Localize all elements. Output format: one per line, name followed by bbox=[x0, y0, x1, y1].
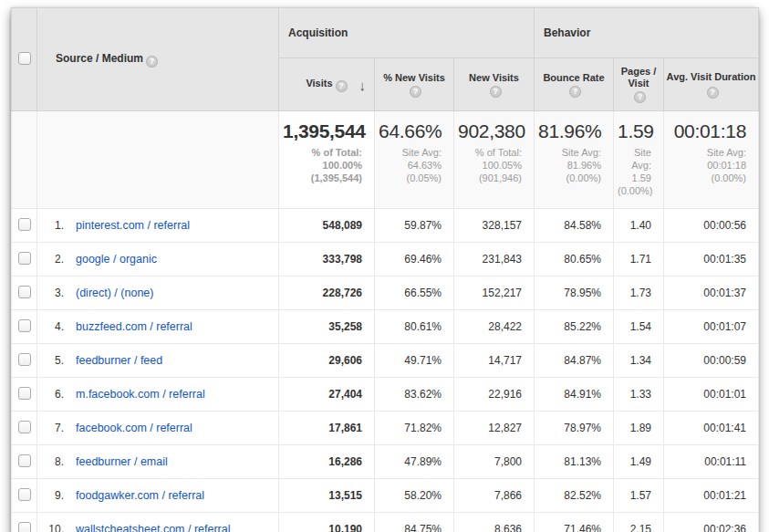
totals-duration-subtext: Site Avg: 00:01:18 (0.00%) bbox=[668, 146, 746, 184]
visits-cell: 35,258 bbox=[279, 310, 375, 344]
help-icon[interactable]: ? bbox=[146, 56, 158, 68]
help-icon[interactable]: ? bbox=[634, 91, 646, 103]
row-checkbox-cell bbox=[12, 344, 37, 378]
totals-visits-subtext: % of Total: 100.00% (1,395,544) bbox=[283, 146, 362, 184]
row-rank: 9. bbox=[38, 489, 64, 502]
pages-visit-cell: 1.73 bbox=[614, 276, 664, 310]
row-rank: 6. bbox=[38, 388, 64, 401]
row-checkbox[interactable] bbox=[18, 353, 31, 366]
column-header-source-medium[interactable]: Source / Medium? bbox=[37, 8, 279, 111]
header-group-row: Source / Medium? Acquisition Behavior bbox=[12, 8, 759, 58]
column-header-pct-new-visits[interactable]: % New Visits? bbox=[375, 58, 454, 111]
row-checkbox-cell bbox=[12, 412, 37, 445]
visits-cell: 29,606 bbox=[279, 344, 375, 378]
column-header-new-visits[interactable]: New Visits? bbox=[454, 58, 535, 111]
new-visits-cell: 152,217 bbox=[454, 276, 535, 310]
row-checkbox[interactable] bbox=[18, 421, 31, 433]
bounce-rate-cell: 85.22% bbox=[535, 310, 614, 344]
new-visits-cell: 22,916 bbox=[454, 378, 535, 412]
row-checkbox-cell bbox=[12, 243, 37, 276]
help-icon[interactable]: ? bbox=[336, 80, 348, 92]
pages-visit-cell: 2.15 bbox=[614, 513, 664, 532]
totals-bounce-rate: 81.96% Site Avg: 81.96% (0.00%) bbox=[535, 111, 614, 209]
source-medium-link[interactable]: m.facebook.com / referral bbox=[76, 388, 205, 401]
source-medium-link[interactable]: buzzfeed.com / referral bbox=[76, 320, 192, 333]
source-medium-cell: 5.feedburner / feed bbox=[37, 344, 279, 378]
group-header-behavior: Behavior bbox=[535, 8, 759, 58]
new-visits-cell: 8,636 bbox=[454, 513, 535, 532]
column-header-pages-visit[interactable]: Pages / Visit? bbox=[614, 58, 664, 111]
avg-duration-cell: 00:01:35 bbox=[664, 243, 759, 276]
avg-duration-cell: 00:02:36 bbox=[664, 513, 759, 532]
avg-duration-cell: 00:00:56 bbox=[664, 209, 759, 243]
totals-visits-value: 1,395,544 bbox=[283, 120, 362, 142]
bounce-rate-cell: 84.91% bbox=[535, 378, 614, 412]
behavior-group-label: Behavior bbox=[544, 26, 590, 39]
source-medium-cell: 9.foodgawker.com / referral bbox=[37, 479, 279, 513]
help-icon[interactable]: ? bbox=[707, 87, 719, 99]
table-row: 2.google / organic333,79869.46%231,84380… bbox=[12, 243, 759, 276]
avg-duration-cell: 00:01:07 bbox=[664, 310, 759, 344]
column-header-avg-visit-duration[interactable]: Avg. Visit Duration? bbox=[664, 58, 759, 111]
new-visits-cell: 14,717 bbox=[454, 344, 535, 378]
row-checkbox-cell bbox=[12, 378, 37, 412]
bounce-rate-cell: 78.95% bbox=[535, 276, 614, 310]
new-visits-cell: 7,800 bbox=[454, 445, 535, 479]
acquisition-group-label: Acquisition bbox=[288, 26, 348, 39]
help-icon[interactable]: ? bbox=[569, 86, 581, 98]
row-checkbox[interactable] bbox=[18, 488, 31, 501]
sort-descending-icon[interactable]: ↓ bbox=[359, 77, 367, 92]
column-header-visits[interactable]: Visits? ↓ bbox=[279, 58, 375, 111]
source-medium-cell: 6.m.facebook.com / referral bbox=[37, 378, 279, 412]
source-medium-link[interactable]: foodgawker.com / referral bbox=[76, 489, 204, 502]
pages-visit-cell: 1.33 bbox=[614, 378, 664, 412]
pct-new-visits-cell: 83.62% bbox=[375, 378, 454, 412]
avg-visit-duration-label: Avg. Visit Duration bbox=[667, 71, 756, 82]
pages-visit-cell: 1.49 bbox=[614, 445, 664, 479]
select-all-checkbox[interactable] bbox=[18, 52, 31, 65]
bounce-rate-label: Bounce Rate bbox=[543, 72, 604, 84]
totals-checkbox-cell bbox=[12, 111, 37, 209]
table-row: 3.(direct) / (none)228,72666.55%152,2177… bbox=[12, 276, 759, 310]
help-icon[interactable]: ? bbox=[490, 86, 502, 98]
source-medium-link[interactable]: feedburner / feed bbox=[76, 354, 162, 367]
row-rank: 2. bbox=[38, 253, 64, 266]
new-visits-cell: 231,843 bbox=[454, 243, 535, 276]
pages-visit-cell: 1.54 bbox=[614, 310, 664, 344]
help-icon[interactable]: ? bbox=[410, 86, 421, 98]
source-medium-link[interactable]: facebook.com / referral bbox=[76, 422, 192, 434]
source-medium-link[interactable]: pinterest.com / referral bbox=[76, 219, 190, 232]
source-medium-cell: 1.pinterest.com / referral bbox=[37, 209, 279, 243]
row-checkbox-cell bbox=[12, 445, 37, 479]
row-checkbox-cell bbox=[12, 513, 37, 532]
row-checkbox[interactable] bbox=[18, 522, 31, 532]
bounce-rate-cell: 84.87% bbox=[535, 344, 614, 378]
avg-duration-cell: 00:01:21 bbox=[664, 479, 759, 513]
pct-new-visits-cell: 66.55% bbox=[375, 276, 454, 310]
new-visits-cell: 328,157 bbox=[454, 209, 535, 243]
visits-cell: 548,089 bbox=[279, 209, 375, 243]
table-row: 9.foodgawker.com / referral13,51558.20%7… bbox=[12, 479, 759, 513]
row-rank: 1. bbox=[38, 219, 64, 232]
avg-duration-cell: 00:00:59 bbox=[664, 344, 759, 378]
column-header-bounce-rate[interactable]: Bounce Rate? bbox=[535, 58, 614, 111]
visits-cell: 228,726 bbox=[279, 276, 375, 310]
source-medium-link[interactable]: google / organic bbox=[76, 253, 157, 266]
row-checkbox[interactable] bbox=[18, 218, 31, 231]
source-medium-link[interactable]: (direct) / (none) bbox=[76, 287, 153, 299]
row-checkbox[interactable] bbox=[18, 286, 31, 298]
row-checkbox[interactable] bbox=[18, 252, 31, 265]
table-row: 6.m.facebook.com / referral27,40483.62%2… bbox=[12, 378, 759, 412]
visits-cell: 17,861 bbox=[279, 412, 375, 445]
row-rank: 4. bbox=[38, 320, 64, 333]
row-checkbox-cell bbox=[12, 310, 37, 344]
source-medium-link[interactable]: feedburner / email bbox=[76, 455, 168, 468]
source-medium-table: Source / Medium? Acquisition Behavior Vi… bbox=[11, 7, 759, 532]
pct-new-visits-cell: 69.46% bbox=[375, 243, 454, 276]
bounce-rate-cell: 82.52% bbox=[535, 479, 614, 513]
row-checkbox[interactable] bbox=[18, 319, 31, 332]
row-rank: 10. bbox=[38, 523, 64, 532]
row-checkbox[interactable] bbox=[18, 387, 31, 400]
source-medium-link[interactable]: wallstcheatsheet.com / referral bbox=[76, 523, 231, 532]
row-checkbox[interactable] bbox=[18, 454, 31, 467]
